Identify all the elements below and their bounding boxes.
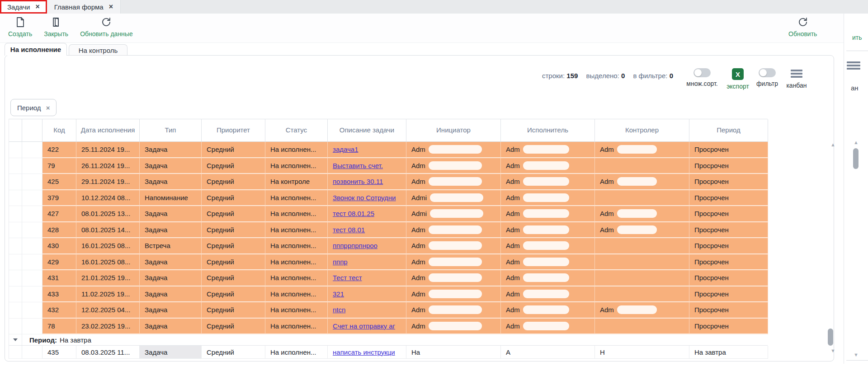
cell-status: На исполнен... xyxy=(265,142,328,158)
scroll-up-icon[interactable]: ▲ xyxy=(854,140,859,145)
column-header-code[interactable]: Код xyxy=(42,119,76,142)
cell-desc: Звонок по Сотрудни xyxy=(328,190,406,206)
column-header-date[interactable]: Дата исполнения xyxy=(76,119,140,142)
group-collapse-cell[interactable] xyxy=(9,334,22,345)
toggle-off-icon[interactable] xyxy=(759,68,776,77)
column-header-executor[interactable]: Исполнитель xyxy=(501,119,595,142)
table-row[interactable]: 42529.11.2024 19...ЗадачаСреднийНа контр… xyxy=(9,174,768,190)
table-row[interactable]: 37910.12.2024 08...НапоминаниеСреднийНа … xyxy=(9,190,768,206)
export-label: экспорт xyxy=(726,83,749,90)
table-row[interactable]: 43311.02.2025 19...ЗадачаСреднийНа испол… xyxy=(9,286,768,303)
column-header-desc[interactable]: Описание задачи xyxy=(328,119,406,142)
row-handle-cell xyxy=(9,319,22,335)
column-header-status[interactable]: Статус xyxy=(265,119,328,142)
task-link[interactable]: Счет на отправку аг xyxy=(333,322,395,330)
period-filter-chip[interactable]: Период × xyxy=(10,99,57,116)
scrollbar-thumb[interactable] xyxy=(828,328,833,346)
cell-desc: Тест тест xyxy=(328,270,406,286)
task-link[interactable]: Выставить счет. xyxy=(333,162,383,169)
underlying-panel-edge xyxy=(846,360,868,361)
task-link[interactable]: задача1 xyxy=(333,145,358,153)
table-row[interactable]: 42708.01.2025 13...ЗадачаСреднийНа испол… xyxy=(9,206,768,222)
scroll-down-icon[interactable]: ▼ xyxy=(830,348,835,353)
redacted-text xyxy=(523,273,569,282)
task-link[interactable]: ntcn xyxy=(333,306,345,314)
tab-label: На контроль xyxy=(79,47,118,54)
export-button[interactable]: X экспорт xyxy=(723,68,753,90)
cell-controller xyxy=(595,270,689,286)
table-row[interactable]: 42916.01.2025 08...ЗадачаСреднийНа испол… xyxy=(9,254,768,271)
window-tab-main-form[interactable]: Главная форма × xyxy=(47,0,121,14)
cell-desc: задача1 xyxy=(328,142,406,158)
group-row-period[interactable]: Период:На завтра xyxy=(9,334,768,346)
kanban-icon[interactable] xyxy=(791,68,802,79)
close-icon[interactable]: × xyxy=(35,3,39,11)
column-header-type[interactable]: Тип xyxy=(140,119,202,142)
task-link[interactable]: пппр xyxy=(333,258,348,266)
cell-initiator: Adm xyxy=(406,254,501,271)
cell-code: 431 xyxy=(42,270,76,286)
tab-na-kontrol[interactable]: На контроль xyxy=(69,44,127,56)
cell-period: Просрочен xyxy=(689,222,768,239)
window-tab-tasks[interactable]: Задачи × xyxy=(0,0,47,14)
task-link[interactable]: тест 08.01.25 xyxy=(333,210,374,217)
redacted-text xyxy=(523,225,569,234)
cell-priority: Средний xyxy=(202,158,265,174)
table-row[interactable]: 43121.01.2025 19...ЗадачаСреднийНа испол… xyxy=(9,270,768,286)
cell-priority: Средний xyxy=(202,206,265,222)
column-header-period[interactable]: Период xyxy=(689,119,768,142)
cell-type: Задача xyxy=(140,174,202,190)
table-row[interactable]: 42225.11.2024 19...ЗадачаСреднийНа испол… xyxy=(9,142,768,158)
table-row[interactable]: 7823.02.2025 19...ЗадачаСреднийНа исполн… xyxy=(9,319,768,335)
tab-label: На исполнение xyxy=(10,46,61,53)
table-row[interactable]: 43016.01.2025 08...ВстречаСреднийНа испо… xyxy=(9,238,768,254)
cell-code: 429 xyxy=(42,254,76,271)
column-header-priority[interactable]: Приоритет xyxy=(202,119,265,142)
multisort-label: множ.сорт. xyxy=(686,80,717,87)
close-icon[interactable]: × xyxy=(46,104,50,112)
filter-toggle[interactable]: фильтр xyxy=(753,68,782,90)
cell-controller: Н xyxy=(595,346,689,359)
cell-type: Задача xyxy=(140,270,202,286)
cell-initiator: Adm xyxy=(406,142,501,158)
refresh-button[interactable]: Обновить xyxy=(788,16,817,38)
task-link[interactable]: написать инструкци xyxy=(333,348,395,356)
toggle-off-icon[interactable] xyxy=(693,68,711,77)
kanban-button[interactable]: канбан xyxy=(782,68,811,90)
column-header-initiator[interactable]: Инициатор xyxy=(406,119,501,142)
table-header-row: КодДата исполненияТипПриоритетСтатусОпис… xyxy=(9,119,768,142)
tab-na-ispolnenie[interactable]: На исполнение xyxy=(5,43,67,56)
task-link[interactable]: позвонить 30.11 xyxy=(333,178,383,185)
redacted-text xyxy=(523,161,569,170)
task-link[interactable]: Тест тест xyxy=(333,274,362,282)
close-icon[interactable]: × xyxy=(109,3,113,11)
table-row[interactable]: 43212.02.2025 04...ЗадачаСреднийНа испол… xyxy=(9,302,768,319)
row-handle-cell xyxy=(22,222,42,239)
refresh-data-button[interactable]: Обновить данные xyxy=(80,16,133,38)
grid-controls: множ.сорт. X экспорт фильтр канбан xyxy=(681,68,811,90)
row-handle-cell xyxy=(22,238,42,254)
group-row-text: Период:На завтра xyxy=(22,336,91,344)
multisort-toggle[interactable]: множ.сорт. xyxy=(681,68,723,90)
task-link[interactable]: пппррпрпнроо xyxy=(333,242,377,249)
task-link[interactable]: 321 xyxy=(333,290,344,298)
excel-export-icon[interactable]: X xyxy=(732,68,744,80)
partial-panel-label: ан xyxy=(851,84,859,92)
scroll-down-icon[interactable]: ▼ xyxy=(854,352,859,357)
table-row[interactable]: 43508.03.2025 11...ЗадачаСреднийНа испол… xyxy=(9,346,768,359)
cell-type: Задача xyxy=(140,346,202,359)
redacted-text xyxy=(523,322,569,330)
scroll-up-icon[interactable]: ▲ xyxy=(830,142,835,147)
scrollbar-thumb[interactable] xyxy=(853,148,859,169)
column-header-empty xyxy=(22,119,42,142)
task-link[interactable]: Звонок по Сотрудни xyxy=(333,194,396,202)
close-form-button[interactable]: Закрыть xyxy=(44,16,68,38)
table-row[interactable]: 7926.11.2024 19...ЗадачаСреднийНа исполн… xyxy=(9,158,768,174)
table-row[interactable]: 42808.01.2025 14...ЗадачаСреднийНа испол… xyxy=(9,222,768,239)
window-tab-label: Главная форма xyxy=(54,3,104,11)
cell-period: Просрочен xyxy=(689,254,768,271)
create-button[interactable]: Создать xyxy=(8,16,32,38)
column-header-controller[interactable]: Контролер xyxy=(595,119,689,142)
collapse-triangle-icon[interactable] xyxy=(13,338,18,341)
task-link[interactable]: тест 08.01 xyxy=(333,226,365,234)
